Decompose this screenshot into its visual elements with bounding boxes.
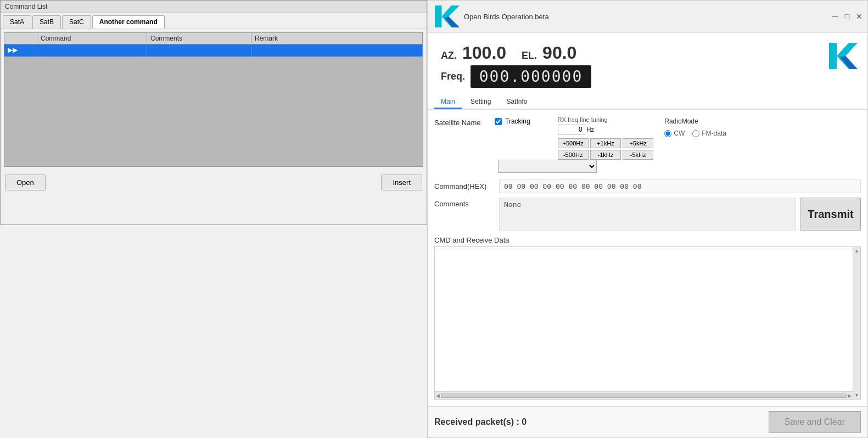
comments-label: Comments: [434, 198, 495, 231]
satellite-dropdown[interactable]: [498, 160, 597, 173]
radio-options: CW FM-data: [664, 130, 726, 137]
insert-button[interactable]: Insert: [381, 175, 422, 190]
tab-satc[interactable]: SatC: [62, 15, 91, 29]
maximize-button[interactable]: □: [843, 13, 851, 20]
radio-cw-label: CW: [674, 130, 685, 137]
bottom-bar: Received packet(s) : 0 Save and Clear: [428, 406, 867, 437]
col-comments: Comments: [147, 33, 251, 44]
receive-scrollbar-v[interactable]: ▲ ▼: [853, 247, 860, 399]
az-value: 100.0: [462, 43, 506, 63]
radio-mode-section: RadioMode CW FM-data: [664, 116, 726, 137]
logo-large: [817, 35, 867, 78]
freq-row: Freq. 000.000000: [434, 65, 598, 92]
tab-main[interactable]: Main: [434, 96, 462, 109]
tab-sata[interactable]: SatA: [3, 15, 31, 29]
col-command: Command: [37, 33, 147, 44]
titlebar-title: Open Birds Operation beta: [464, 13, 549, 21]
table-header: Command Comments Remark: [4, 33, 423, 44]
row-command: [37, 44, 147, 57]
radio-mode-label: RadioMode: [664, 117, 726, 125]
command-hex-row: Command(HEX): [434, 179, 861, 193]
right-panel: Open Birds Operation beta ─ □ ✕ AZ. 100.…: [427, 0, 868, 438]
row-remark: [251, 44, 423, 57]
cmd-receive-label: CMD and Receive Data: [434, 236, 861, 244]
tab-setting[interactable]: Setting: [464, 96, 497, 109]
rx-freq-label: RX freq fine tuning: [558, 116, 654, 123]
command-list-title: Command List: [1, 1, 427, 13]
save-clear-button[interactable]: Save and Clear: [769, 411, 861, 433]
received-packets-count: 0: [522, 417, 527, 426]
svg-marker-3: [840, 56, 858, 69]
freq-btn-minus500hz[interactable]: -500Hz: [558, 150, 589, 160]
az-label: AZ.: [441, 50, 457, 61]
horizontal-scrollbar[interactable]: ◀ ▶: [4, 166, 423, 167]
satellite-name-label: Satellite Name: [434, 116, 495, 127]
col-remark: Remark: [251, 33, 423, 44]
radio-cw[interactable]: CW: [664, 130, 685, 137]
freq-btn-plus1khz[interactable]: +1kHz: [590, 138, 621, 148]
tab-another-command[interactable]: Another command: [92, 15, 165, 29]
command-list-panel: Command List SatA SatB SatC Another comm…: [0, 0, 427, 225]
az-el-row: AZ. 100.0 EL. 90.0: [434, 38, 598, 65]
radio-fmdata-input[interactable]: [692, 130, 699, 137]
freq-btn-minus5khz[interactable]: -5kHz: [623, 150, 653, 160]
row-comments: [147, 44, 251, 57]
tracking-section: Tracking: [495, 116, 530, 125]
rx-input-row: Hz: [558, 125, 654, 134]
row-icon: ▶▶: [4, 44, 37, 57]
received-packets: Received packet(s) : 0: [434, 417, 527, 427]
radio-cw-input[interactable]: [664, 130, 671, 137]
satellite-dropdown-row: [434, 160, 861, 173]
receive-scrollbar-h[interactable]: ◀ ▶: [435, 391, 853, 399]
command-list-buttons: Open Insert: [1, 170, 427, 195]
app-logo-small: [432, 3, 460, 30]
el-value: 90.0: [542, 43, 576, 63]
az-el-freq-area: AZ. 100.0 EL. 90.0 Freq. 000.000000: [428, 33, 867, 110]
comments-textarea[interactable]: None: [499, 198, 796, 231]
col-icon: [4, 33, 37, 44]
tab-satb[interactable]: SatB: [32, 15, 61, 29]
radio-fm-data[interactable]: FM-data: [692, 130, 726, 137]
main-tabs: Main Setting SatInfo: [428, 96, 867, 109]
cmd-receive-area[interactable]: ▲ ▼ ◀ ▶: [434, 246, 861, 400]
az-el-freq-block: AZ. 100.0 EL. 90.0 Freq. 000.000000: [428, 35, 604, 96]
command-hex-input[interactable]: [499, 179, 861, 193]
app-logo-large: [826, 40, 859, 72]
main-content: Satellite Name Tracking RX freq fine tun…: [428, 110, 867, 406]
satellite-tracking-row: Satellite Name Tracking RX freq fine tun…: [434, 116, 861, 160]
received-packets-label: Received packet(s) :: [434, 417, 519, 426]
tracking-checkbox[interactable]: [495, 118, 502, 125]
open-button[interactable]: Open: [5, 175, 46, 190]
el-label: EL.: [522, 50, 537, 61]
minimize-button[interactable]: ─: [831, 13, 839, 20]
table-body-empty: [4, 57, 423, 166]
titlebar-controls: ─ □ ✕: [831, 13, 863, 20]
tab-satinfo[interactable]: SatInfo: [500, 96, 534, 109]
comments-transmit-row: Comments None Transmit: [434, 198, 861, 231]
freq-btn-plus500hz[interactable]: +500Hz: [558, 138, 589, 148]
command-hex-label: Command(HEX): [434, 182, 495, 190]
titlebar-left: Open Birds Operation beta: [432, 3, 549, 30]
freq-btn-minus1khz[interactable]: -1kHz: [590, 150, 621, 160]
command-table: Command Comments Remark ▶▶ ◀ ▶: [4, 32, 423, 167]
rx-fine-tuning: RX freq fine tuning Hz +500Hz +1kHz +5kH…: [558, 116, 654, 160]
tracking-label: Tracking: [505, 117, 530, 125]
radio-fmdata-label: FM-data: [702, 130, 726, 137]
rx-hz-input[interactable]: [558, 125, 585, 134]
freq-label: Freq.: [441, 71, 465, 82]
table-row-selected[interactable]: ▶▶: [4, 44, 423, 57]
close-button[interactable]: ✕: [855, 13, 863, 20]
freq-buttons-grid: +500Hz +1kHz +5kHz -500Hz -1kHz -5kHz: [558, 138, 654, 160]
freq-display: 000.000000: [471, 65, 591, 88]
rx-hz-unit: Hz: [587, 126, 594, 133]
transmit-button[interactable]: Transmit: [800, 198, 861, 231]
titlebar: Open Birds Operation beta ─ □ ✕: [428, 1, 867, 33]
freq-btn-plus5khz[interactable]: +5kHz: [623, 138, 653, 148]
command-tabs: SatA SatB SatC Another command: [1, 13, 427, 29]
